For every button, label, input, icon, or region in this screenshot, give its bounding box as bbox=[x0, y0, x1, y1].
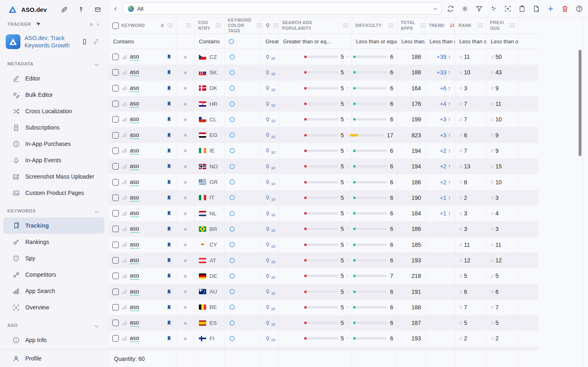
column-menu-icon[interactable] bbox=[216, 24, 221, 27]
delete-button[interactable] bbox=[559, 3, 570, 14]
help-button[interactable] bbox=[574, 3, 585, 14]
sidebar-item-competitors[interactable]: Competitors bbox=[0, 266, 108, 283]
column-menu-icon[interactable] bbox=[256, 24, 262, 27]
color-tag-button[interactable] bbox=[229, 211, 235, 216]
filter-empty[interactable] bbox=[176, 34, 195, 49]
color-tag-button[interactable] bbox=[229, 273, 235, 279]
color-tag-button[interactable] bbox=[229, 54, 235, 60]
back-button[interactable]: ‹ bbox=[112, 4, 119, 13]
keyword-chart-icon[interactable] bbox=[122, 258, 127, 263]
row-checkbox[interactable] bbox=[112, 320, 119, 326]
row-checkbox[interactable] bbox=[112, 242, 119, 248]
link-icon[interactable] bbox=[92, 38, 100, 45]
color-tag-button[interactable] bbox=[229, 132, 235, 138]
keyword-link[interactable]: aso bbox=[130, 163, 139, 170]
remove-keyword-button[interactable]: × bbox=[184, 304, 187, 311]
bookmark-icon[interactable] bbox=[166, 163, 172, 170]
row-checkbox[interactable] bbox=[112, 116, 119, 123]
color-tag-button[interactable] bbox=[229, 258, 235, 263]
expand-caret-icon[interactable] bbox=[346, 259, 349, 262]
keyword-link[interactable]: aso bbox=[130, 319, 139, 327]
color-tag-button[interactable] bbox=[229, 336, 235, 341]
column-menu-icon[interactable] bbox=[186, 24, 191, 27]
column-menu-icon[interactable] bbox=[343, 24, 348, 27]
keyword-chart-icon[interactable] bbox=[122, 70, 127, 75]
color-tag-button[interactable] bbox=[229, 164, 235, 169]
remove-keyword-button[interactable]: × bbox=[184, 288, 187, 295]
sidebar-item-in-app-purchases[interactable]: $In-App Purchases bbox=[0, 136, 108, 152]
keyword-link[interactable]: aso bbox=[130, 288, 139, 295]
color-tag-button[interactable] bbox=[229, 101, 235, 107]
keyword-chart-icon[interactable] bbox=[122, 164, 127, 169]
row-checkbox[interactable] bbox=[112, 101, 119, 107]
keyword-chart-icon[interactable] bbox=[122, 86, 127, 90]
remove-keyword-button[interactable]: × bbox=[184, 320, 187, 327]
bookmark-icon[interactable] bbox=[166, 320, 172, 326]
filter-search-ads-popularity[interactable]: Greater than or eq... bbox=[279, 34, 352, 49]
remove-keyword-button[interactable]: × bbox=[184, 226, 187, 233]
expand-caret-icon[interactable] bbox=[346, 118, 349, 121]
expand-caret-icon[interactable] bbox=[346, 243, 349, 246]
sidebar-item-tracking[interactable]: Tracking bbox=[3, 217, 105, 234]
mobile-icon[interactable] bbox=[81, 38, 88, 45]
keyword-chart-icon[interactable] bbox=[122, 211, 127, 216]
keyword-link[interactable]: aso bbox=[130, 335, 139, 342]
bookmark-icon[interactable] bbox=[166, 289, 172, 295]
filter-rank[interactable]: Less than o... bbox=[455, 34, 487, 49]
expand-caret-icon[interactable] bbox=[346, 306, 349, 309]
vertical-scrollbar[interactable] bbox=[579, 50, 581, 156]
bookmark-icon[interactable] bbox=[166, 335, 172, 342]
color-tag-button[interactable] bbox=[229, 179, 235, 185]
scope-selector[interactable]: All bbox=[122, 2, 442, 15]
expand-caret-icon[interactable] bbox=[346, 197, 349, 200]
bookmark-icon[interactable] bbox=[166, 54, 172, 60]
color-tag-filter-circle[interactable] bbox=[229, 39, 234, 44]
tags-button[interactable] bbox=[488, 3, 499, 14]
remove-keyword-button[interactable]: × bbox=[184, 163, 187, 170]
keyword-link[interactable]: aso bbox=[130, 210, 139, 217]
keyword-link[interactable]: aso bbox=[130, 53, 139, 60]
bookmark-icon[interactable] bbox=[166, 226, 172, 232]
tracked-app-item[interactable]: ASO.dev: Track Keywords Growth bbox=[0, 29, 108, 54]
remove-keyword-button[interactable]: × bbox=[184, 179, 187, 186]
expand-caret-icon[interactable] bbox=[346, 275, 349, 278]
row-checkbox[interactable] bbox=[112, 132, 119, 139]
add-file-button[interactable] bbox=[531, 3, 542, 14]
bookmark-icon[interactable] bbox=[166, 132, 172, 139]
keyword-chart-icon[interactable] bbox=[122, 289, 127, 294]
remove-keyword-button[interactable]: × bbox=[184, 210, 187, 217]
sidebar-item-cross-localization[interactable]: Cross Localization bbox=[0, 103, 108, 119]
bookmark-icon[interactable] bbox=[166, 179, 172, 186]
column-menu-icon[interactable] bbox=[478, 24, 483, 27]
remove-keyword-button[interactable]: × bbox=[184, 241, 187, 248]
bookmark-filter-icon[interactable] bbox=[160, 23, 165, 29]
sidebar-item-profile[interactable]: Profile bbox=[0, 349, 108, 367]
row-checkbox[interactable] bbox=[112, 304, 119, 311]
remove-keyword-button[interactable]: × bbox=[184, 69, 187, 76]
keyword-chart-icon[interactable] bbox=[122, 336, 127, 341]
row-checkbox[interactable] bbox=[112, 69, 119, 76]
sidebar-item-in-app-events[interactable]: In-App Events bbox=[0, 152, 108, 168]
expand-panel-icon[interactable]: › bbox=[97, 21, 99, 27]
keyword-chart-icon[interactable] bbox=[122, 274, 127, 278]
sidebar-item-screenshot-mass-uploader[interactable]: Screenshot Mass Uploader bbox=[0, 168, 108, 185]
filter-total-apps[interactable]: Less than... bbox=[397, 34, 425, 49]
remove-keyword-button[interactable]: × bbox=[184, 194, 187, 201]
column-menu-icon[interactable] bbox=[167, 24, 173, 27]
filter-country[interactable]: Contains bbox=[195, 34, 225, 49]
scan-button[interactable] bbox=[502, 3, 513, 14]
color-tag-button[interactable] bbox=[229, 195, 235, 200]
color-tag-button[interactable] bbox=[229, 148, 235, 153]
keyword-chart-icon[interactable] bbox=[122, 195, 127, 200]
remove-keyword-button[interactable]: × bbox=[184, 132, 187, 139]
sort-descending-icon[interactable] bbox=[449, 22, 455, 29]
keyword-link[interactable]: aso bbox=[130, 179, 139, 186]
keyword-link[interactable]: aso bbox=[130, 85, 139, 92]
keyword-chart-icon[interactable] bbox=[122, 305, 127, 309]
row-checkbox[interactable] bbox=[112, 257, 119, 264]
bookmark-icon[interactable] bbox=[166, 304, 172, 311]
section-label-keywords[interactable]: KEYWORDS bbox=[0, 204, 108, 217]
color-tag-button[interactable] bbox=[229, 226, 235, 232]
expand-caret-icon[interactable] bbox=[346, 181, 349, 184]
filter-trend[interactable]: Less than o... bbox=[425, 34, 455, 49]
